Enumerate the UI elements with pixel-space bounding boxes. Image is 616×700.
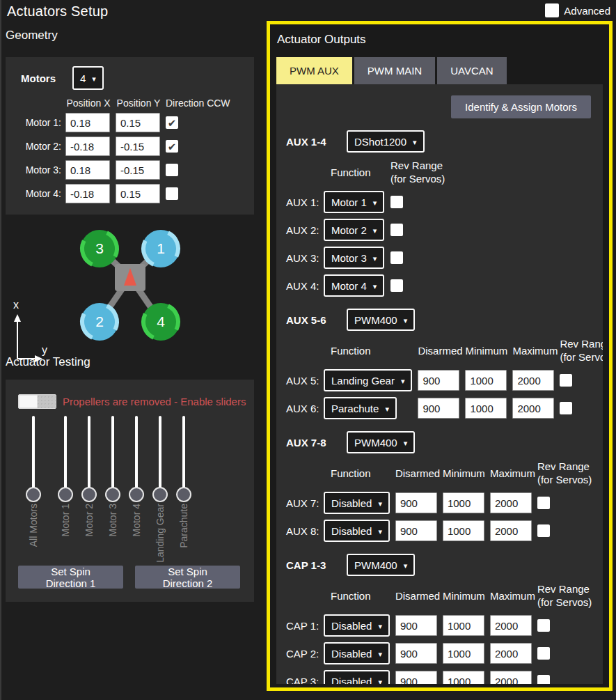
cap-1-rev-range-checkbox[interactable] — [537, 619, 550, 632]
aux-8-maximum-input[interactable] — [490, 520, 532, 541]
motor-4-position-y-input[interactable] — [116, 184, 160, 203]
cap-2-rev-range-checkbox[interactable] — [537, 647, 550, 660]
cap-3-minimum-input[interactable] — [443, 671, 484, 684]
cap-3-disarmed-input[interactable] — [395, 671, 437, 684]
cap-1-minimum-input[interactable] — [443, 615, 484, 636]
aux-6-minimum-input[interactable] — [465, 398, 507, 419]
tab-pwm-main[interactable]: PWM MAIN — [354, 57, 435, 84]
identify-assign-motors-button[interactable]: Identify & Assign Motors — [451, 95, 591, 118]
slider-knob-landing-gear[interactable] — [152, 487, 168, 502]
slider-track[interactable] — [135, 416, 138, 491]
col-direction-ccw: Direction CCW — [166, 98, 184, 109]
aux-5-function-dropdown[interactable]: Landing Gear▾ — [324, 369, 412, 391]
cap-3-maximum-input[interactable] — [490, 671, 532, 684]
group-head-aux-7-8: AUX 7-8PWM400▾ — [286, 431, 593, 453]
motor-4-position-x-input[interactable] — [65, 184, 110, 203]
aux-6-maximum-input[interactable] — [512, 398, 554, 419]
aux-1-rev-range-checkbox[interactable] — [390, 196, 403, 208]
slider-knob-motor-3[interactable] — [105, 487, 120, 502]
slider-label-landing-gear: Landing Gear — [155, 504, 166, 563]
chevron-down-icon: ▾ — [404, 316, 408, 325]
col-disarmed-header: Disarmed — [395, 590, 437, 602]
motor-1-position-y-input[interactable] — [116, 113, 160, 132]
aux-1-function-dropdown[interactable]: Motor 1▾ — [324, 191, 384, 213]
aux-4-rev-range-checkbox[interactable] — [390, 279, 403, 292]
aux-7-rev-range-checkbox[interactable] — [537, 497, 550, 509]
cap-1-maximum-input[interactable] — [490, 615, 532, 636]
aux-5-6-rate-dropdown[interactable]: PWM400▾ — [347, 309, 415, 331]
slider-track[interactable] — [182, 416, 185, 491]
aux-6-disarmed-input[interactable] — [418, 398, 459, 419]
advanced-checkbox[interactable] — [545, 3, 559, 17]
enable-sliders-toggle[interactable] — [18, 394, 56, 409]
group-grid-aux-7-8: FunctionDisarmedMinimumMaximumRev Range(… — [286, 460, 593, 542]
slider-knob-motor-4[interactable] — [129, 487, 144, 502]
motor-2-ccw-checkbox[interactable]: ✔ — [166, 140, 178, 153]
cap-3-function-dropdown[interactable]: Disabled▾ — [324, 670, 390, 684]
cap-2-maximum-input[interactable] — [490, 643, 532, 664]
outputs-content: Identify & Assign Motors AUX 1-4DShot120… — [276, 84, 603, 684]
aux-7-function-cell: Disabled▾ — [324, 492, 390, 514]
slider-track[interactable] — [88, 416, 90, 491]
cap-2-disarmed-input[interactable] — [395, 643, 437, 664]
cap-2-rev-cell — [537, 647, 600, 660]
aux-8-disarmed-input[interactable] — [395, 520, 437, 541]
aux-6-rev-range-checkbox[interactable] — [560, 402, 572, 414]
cap-3-rev-range-checkbox[interactable] — [537, 675, 550, 684]
aux-7-8-rate-dropdown-value: PWM400 — [354, 437, 397, 449]
cap-1-disarmed-input[interactable] — [395, 615, 437, 636]
aux-2-function-dropdown[interactable]: Motor 2▾ — [324, 219, 384, 241]
slider-track[interactable] — [111, 416, 114, 491]
aux-6-function-dropdown[interactable]: Parachute▾ — [324, 397, 397, 419]
aux-8-minimum-input[interactable] — [443, 520, 484, 541]
motor-4-disc: 4 — [138, 299, 184, 345]
aux-8-rev-range-checkbox[interactable] — [537, 524, 550, 537]
motor-3-position-y-input[interactable] — [116, 160, 160, 180]
aux-5-disarmed-input[interactable] — [418, 370, 459, 391]
motor-4-ccw-checkbox[interactable] — [166, 187, 178, 200]
aux-8-function-dropdown-value: Disabled — [331, 525, 372, 537]
set-spin-direction-1-button[interactable]: Set Spin Direction 1 — [18, 566, 123, 589]
aux-7-function-dropdown[interactable]: Disabled▾ — [324, 492, 390, 514]
cap-1-function-dropdown-value: Disabled — [331, 620, 372, 632]
motor-1-ccw-checkbox[interactable]: ✔ — [166, 116, 178, 129]
aux-7-8-rate-dropdown[interactable]: PWM400▾ — [347, 431, 415, 453]
cap-2-minimum-input[interactable] — [443, 643, 484, 664]
aux-8-function-dropdown[interactable]: Disabled▾ — [324, 520, 390, 542]
aux-7-disarmed-input[interactable] — [395, 492, 437, 513]
motor-3-position-x-input[interactable] — [65, 160, 110, 180]
cap-2-function-dropdown[interactable]: Disabled▾ — [324, 642, 390, 664]
motor-2-position-y-input[interactable] — [116, 137, 160, 156]
advanced-label: Advanced — [564, 5, 610, 17]
aux-1-4-rate-dropdown[interactable]: DShot1200▾ — [347, 130, 425, 153]
motor-3-ccw-checkbox[interactable] — [166, 164, 178, 176]
aux-5-maximum-input[interactable] — [512, 370, 554, 391]
aux-7-maximum-input[interactable] — [490, 492, 532, 513]
slider-knob-parachute[interactable] — [176, 487, 191, 502]
testing-heading: Actuator Testing — [6, 355, 90, 369]
aux-2-rev-range-checkbox[interactable] — [390, 224, 403, 236]
aux-5-minimum-input[interactable] — [465, 370, 507, 391]
aux-5-rev-range-checkbox[interactable] — [560, 374, 572, 387]
slider-knob-motor-1[interactable] — [58, 487, 73, 502]
col-minimum-header: Minimum — [465, 345, 507, 357]
slider-track[interactable] — [64, 416, 67, 491]
tab-uavcan[interactable]: UAVCAN — [437, 57, 506, 84]
slider-track[interactable] — [159, 416, 161, 491]
motor-2-label: Motor 2: — [21, 141, 61, 152]
motors-count-dropdown[interactable]: 4▾ — [72, 66, 104, 90]
cap-1-function-dropdown[interactable]: Disabled▾ — [324, 614, 390, 637]
motor-2-position-x-input[interactable] — [65, 137, 110, 156]
cap-1-3-rate-dropdown[interactable]: PWM400▾ — [347, 554, 415, 576]
geometry-heading: Geometry — [6, 29, 58, 42]
slider-knob-all-motors[interactable] — [26, 487, 41, 502]
aux-3-function-dropdown[interactable]: Motor 3▾ — [324, 247, 384, 269]
aux-7-minimum-input[interactable] — [443, 492, 484, 513]
aux-3-rev-range-checkbox[interactable] — [390, 251, 403, 264]
motor-1-position-x-input[interactable] — [65, 113, 110, 132]
set-spin-direction-2-button[interactable]: Set Spin Direction 2 — [135, 566, 240, 589]
aux-4-function-dropdown[interactable]: Motor 4▾ — [324, 274, 384, 297]
tab-pwm-aux[interactable]: PWM AUX — [276, 57, 352, 84]
slider-knob-motor-2[interactable] — [81, 487, 97, 502]
slider-track[interactable] — [32, 416, 35, 491]
